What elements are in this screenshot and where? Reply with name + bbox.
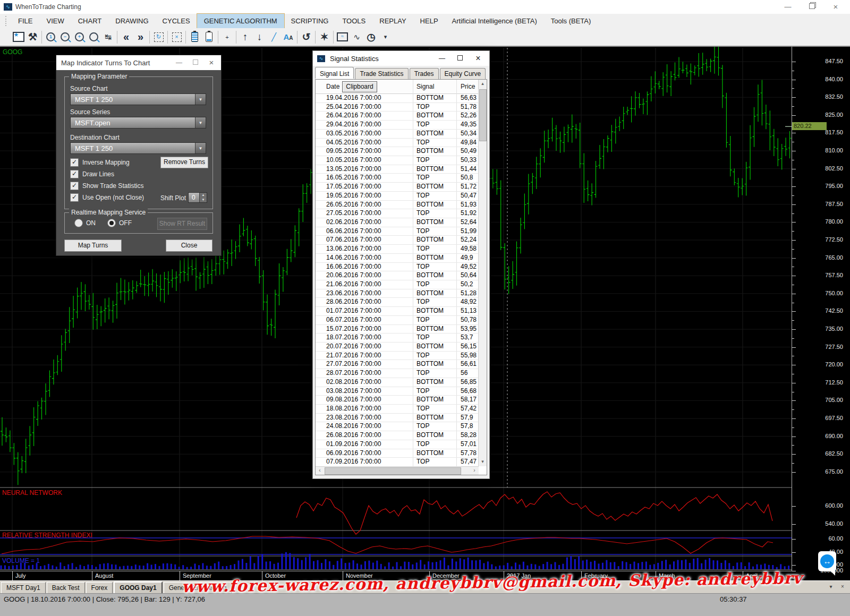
menu-tools-beta[interactable]: Tools (BETA) <box>544 14 598 28</box>
minimize-button[interactable]: — <box>776 0 800 14</box>
shift-plot-stepper[interactable]: 0 ▲▼ <box>188 192 207 203</box>
restore-button[interactable] <box>800 0 823 14</box>
table-row[interactable]: 13.05.2016 7:00:00BOTTOM51,44 <box>316 165 478 174</box>
history-icon[interactable]: ↺ <box>299 30 313 45</box>
table-row[interactable]: 17.05.2016 7:00:00BOTTOM51,72 <box>316 182 478 192</box>
menu-scripting[interactable]: SCRIPTING <box>284 14 336 28</box>
radio-on[interactable]: ON <box>74 219 96 227</box>
add-small-icon[interactable]: + <box>220 30 234 45</box>
selection-clear-icon[interactable]: × <box>169 30 184 45</box>
map-close-icon[interactable]: × <box>203 55 219 70</box>
menu-artificial-intelligence-beta[interactable]: Artificial Intelligence (BETA) <box>445 14 544 28</box>
table-row[interactable]: 28.06.2016 7:00:00TOP48,92 <box>316 297 478 307</box>
menubar-grip[interactable] <box>5 16 9 26</box>
spider-icon[interactable]: ✶ <box>317 30 332 45</box>
chevron-down-icon[interactable]: ▼ <box>195 143 206 153</box>
table-row[interactable]: 18.07.2016 7:00:00TOP53,7 <box>316 333 478 343</box>
scroll-right-arrow-icon[interactable]: › <box>470 467 479 475</box>
table-row[interactable]: 26.05.2016 7:00:00BOTTOM51,93 <box>316 200 478 210</box>
menu-drawing[interactable]: DRAWING <box>108 14 155 28</box>
remove-turns-button[interactable]: Remove Turns <box>160 157 208 168</box>
clipboard-button[interactable]: Clipboard <box>342 81 377 92</box>
stepper-arrows-icon[interactable]: ▲▼ <box>199 193 207 202</box>
arrow-down-icon[interactable]: ↓ <box>252 30 267 45</box>
checkbox-icon[interactable]: ✓ <box>70 193 79 202</box>
vertical-scrollbar[interactable]: ▴ ▾ <box>478 80 487 466</box>
workspace-tab-msft-day1[interactable]: MSFT Day1 <box>1 582 46 594</box>
indicator-window-icon[interactable]: ≈ <box>335 30 350 45</box>
zoom-reset-icon[interactable]: 1 <box>44 30 58 45</box>
table-row[interactable]: 16.05.2016 7:00:00TOP50,8 <box>316 173 478 183</box>
settings-wrench-icon[interactable]: ⚒ <box>26 30 40 45</box>
menu-tools[interactable]: TOOLS <box>335 14 372 28</box>
dropdown-destination-chart[interactable]: MSFT 1 250 ▼ <box>70 142 206 154</box>
table-row[interactable]: 24.08.2016 7:00:00TOP57,8 <box>316 422 478 431</box>
tab-close-icon[interactable]: × <box>838 583 847 591</box>
vertical-scroll-thumb[interactable] <box>479 89 487 141</box>
table-row[interactable]: 06.06.2016 7:00:00TOP51,99 <box>316 227 478 236</box>
menu-chart[interactable]: CHART <box>71 14 109 28</box>
selection-refresh-icon[interactable]: ↻ <box>151 30 166 45</box>
table-row[interactable]: 20.06.2016 7:00:00BOTTOM50,64 <box>316 271 478 280</box>
table-row[interactable]: 25.04.2016 7:00:00TOP51,78 <box>316 102 478 112</box>
tab-signal-list[interactable]: Signal List <box>315 67 354 79</box>
show-rt-result-button[interactable]: Show RT Result <box>157 218 207 230</box>
zoom-out-icon[interactable]: − <box>58 30 72 45</box>
map-minimize-icon[interactable]: — <box>171 55 187 70</box>
menu-replay[interactable]: REPLAY <box>372 14 413 28</box>
menu-help[interactable]: HELP <box>413 14 445 28</box>
table-row[interactable]: 26.04.2016 7:00:00BOTTOM52,26 <box>316 111 478 121</box>
horizontal-scrollbar[interactable]: ‹ › <box>316 466 479 475</box>
table-row[interactable]: 27.05.2016 7:00:00TOP51,92 <box>316 209 478 218</box>
radio-icon[interactable] <box>107 219 116 227</box>
scroll-up-icon[interactable]: ▴ <box>479 80 487 88</box>
font-size-icon[interactable]: AA <box>281 30 295 45</box>
equity-curve-icon[interactable]: ∿ <box>350 30 364 45</box>
battery-full-icon[interactable] <box>188 30 202 45</box>
table-row[interactable]: 18.08.2016 7:00:00TOP57,42 <box>316 404 478 414</box>
table-row[interactable]: 01.09.2016 7:00:00TOP57,01 <box>316 440 478 449</box>
tab-equity-curve[interactable]: Equity Curve <box>440 68 486 80</box>
table-row[interactable]: 27.07.2016 7:00:00BOTTOM56,61 <box>316 360 478 369</box>
table-row[interactable]: 02.08.2016 7:00:00BOTTOM56,85 <box>316 378 478 387</box>
scroll-down-icon[interactable]: ▾ <box>479 458 487 466</box>
horizontal-scroll-thumb[interactable] <box>325 467 461 475</box>
table-row[interactable]: 01.07.2016 7:00:00BOTTOM51,13 <box>316 306 478 316</box>
alarm-clock-icon[interactable]: ◷ <box>364 30 378 45</box>
table-row[interactable]: 20.07.2016 7:00:00BOTTOM56,15 <box>316 342 478 352</box>
draw-line-icon[interactable]: ╱ <box>267 30 281 45</box>
signal-maximize-icon[interactable] <box>452 51 468 66</box>
table-row[interactable]: 13.06.2016 7:00:00TOP49,58 <box>316 244 478 254</box>
table-row[interactable]: 19.04.2016 7:00:00BOTTOM56,63 <box>316 93 478 103</box>
tab-trade-statistics[interactable]: Trade Statistics <box>355 68 408 80</box>
checkbox-icon[interactable]: ✓ <box>70 158 79 167</box>
new-chart-icon[interactable] <box>11 30 26 45</box>
price-axis[interactable]: 820.22 847.50840.00832.50825.00817.50810… <box>792 47 850 571</box>
column-date[interactable]: Date <box>326 83 339 90</box>
signal-close-icon[interactable]: × <box>470 51 486 66</box>
table-row[interactable]: 10.05.2016 7:00:00TOP50,33 <box>316 156 478 165</box>
table-row[interactable]: 23.06.2016 7:00:00BOTTOM51,28 <box>316 289 478 298</box>
checkbox-draw-lines[interactable]: ✓ Draw Lines <box>70 170 114 178</box>
table-row[interactable]: 21.06.2016 7:00:00TOP50,2 <box>316 280 478 289</box>
table-row[interactable]: 06.07.2016 7:00:00TOP50,78 <box>316 315 478 325</box>
battery-empty-icon[interactable] <box>202 30 216 45</box>
scroll-right-icon[interactable]: » <box>133 30 148 45</box>
table-row[interactable]: 29.04.2016 7:00:00TOP49,35 <box>316 120 478 130</box>
table-row[interactable]: 07.09.2016 7:00:00TOP57,47 <box>316 457 478 466</box>
fit-width-icon[interactable]: ↹ <box>101 30 115 45</box>
dropdown-source-series[interactable]: MSFT.open ▼ <box>70 117 206 129</box>
table-row[interactable]: 04.05.2016 7:00:00TOP49,84 <box>316 138 478 148</box>
menu-view[interactable]: VIEW <box>39 14 71 28</box>
workspace-tab-forex[interactable]: Forex <box>86 582 113 594</box>
table-row[interactable]: 06.09.2016 7:00:00BOTTOM57,78 <box>316 449 478 458</box>
table-row[interactable]: 21.07.2016 7:00:00TOP55,98 <box>316 351 478 361</box>
table-row[interactable]: 19.05.2016 7:00:00TOP50,47 <box>316 191 478 201</box>
table-row[interactable]: 03.05.2016 7:00:00BOTTOM50,34 <box>316 129 478 139</box>
column-signal[interactable]: Signal <box>416 83 434 90</box>
search-icon[interactable] <box>87 30 101 45</box>
checkbox-use-open-not-close[interactable]: ✓ Use Open (not Close) <box>70 193 144 202</box>
radio-off[interactable]: OFF <box>107 219 132 227</box>
map-maximize-icon[interactable] <box>188 55 203 70</box>
chevron-down-icon[interactable]: ▼ <box>195 94 206 105</box>
